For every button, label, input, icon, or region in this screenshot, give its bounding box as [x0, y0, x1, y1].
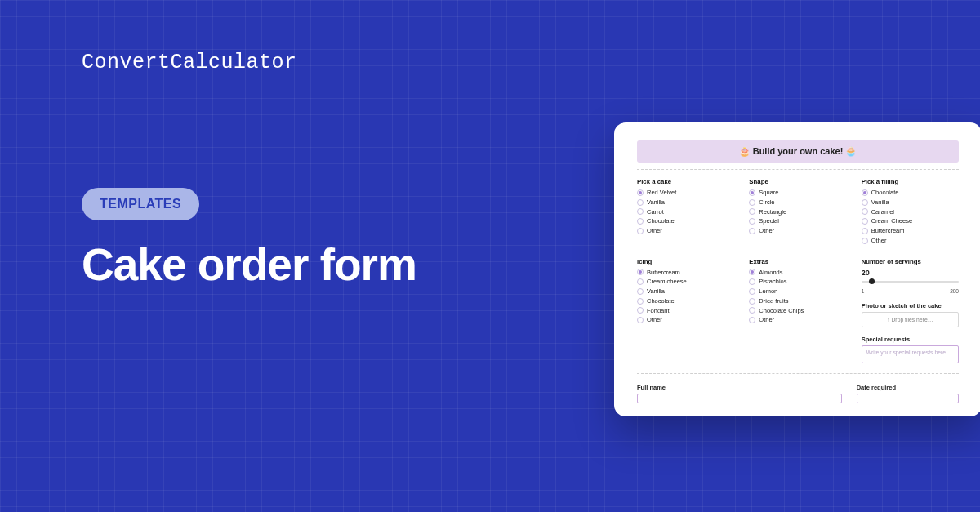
option-label: Chocolate: [871, 189, 899, 197]
radio-icon: [637, 199, 644, 206]
radio-option[interactable]: Special: [749, 217, 846, 225]
radio-option[interactable]: Square: [749, 189, 846, 197]
radio-icon: [637, 278, 644, 285]
option-label: Vanilla: [871, 198, 889, 207]
radio-option[interactable]: Vanilla: [862, 198, 959, 207]
option-label: Vanilla: [647, 198, 665, 207]
group-icing: Icing Buttercream Cream cheese Vanilla C…: [637, 258, 734, 363]
form-preview-card: 🎂 Build your own cake! 🧁 Pick a cake Red…: [614, 122, 980, 416]
radio-icon: [749, 218, 755, 225]
bottom-row: Full name Date required: [637, 384, 959, 403]
radio-icon: [749, 228, 755, 234]
radio-option[interactable]: Other: [637, 316, 734, 324]
radio-icon: [862, 228, 868, 234]
option-label: Pistachios: [759, 278, 786, 286]
hero-block: TEMPLATES Cake order form: [82, 188, 416, 291]
radio-option[interactable]: Vanilla: [637, 287, 734, 296]
radio-option[interactable]: Chocolate: [637, 297, 734, 305]
special-requests-block: Special requests Write your special requ…: [862, 336, 959, 363]
option-label: Buttercream: [871, 227, 905, 235]
radio-option[interactable]: Buttercream: [637, 269, 734, 277]
servings-slider[interactable]: [862, 278, 959, 289]
group-extras: Extras Almonds Pistachios Lemon Dried fr…: [749, 258, 846, 363]
radio-option[interactable]: Chocolate Chips: [749, 307, 846, 315]
full-name-block: Full name: [637, 384, 842, 403]
radio-icon: [637, 228, 644, 234]
option-label: Other: [759, 316, 774, 324]
option-label: Dried fruits: [759, 297, 788, 305]
option-label: Chocolate: [647, 217, 675, 225]
radio-option[interactable]: Rectangle: [749, 208, 846, 216]
radio-icon: [749, 269, 755, 275]
radio-option[interactable]: Almonds: [749, 269, 846, 277]
radio-icon: [862, 218, 868, 225]
page-title: Cake order form: [82, 238, 416, 291]
option-label: Red Velvet: [647, 189, 676, 197]
radio-icon: [749, 307, 755, 314]
radio-option[interactable]: Vanilla: [637, 198, 734, 207]
group-shape: Shape Square Circle Rectangle Special Ot…: [749, 178, 846, 247]
file-dropzone[interactable]: ↑ Drop files here…: [862, 312, 959, 327]
radio-icon: [637, 269, 644, 275]
option-label: Other: [647, 316, 662, 324]
radio-icon: [637, 208, 644, 215]
radio-option[interactable]: Circle: [749, 198, 846, 207]
radio-option[interactable]: Caramel: [862, 208, 959, 216]
radio-icon: [749, 208, 755, 215]
radio-icon: [637, 189, 644, 196]
right-column-stack: Number of servings 20 1 200 Photo or ske…: [862, 258, 959, 363]
radio-icon: [637, 317, 644, 323]
radio-icon: [749, 298, 755, 305]
radio-option[interactable]: Other: [637, 227, 734, 235]
photo-label: Photo or sketch of the cake: [862, 302, 959, 309]
radio-option[interactable]: Cream Cheese: [862, 217, 959, 225]
radio-option[interactable]: Cream cheese: [637, 278, 734, 286]
servings-block: Number of servings 20 1 200: [862, 258, 959, 294]
radio-icon: [749, 199, 755, 206]
option-label: Cream Cheese: [871, 217, 912, 225]
option-label: Buttercream: [647, 269, 680, 277]
radio-option[interactable]: Other: [862, 237, 959, 245]
requests-textarea[interactable]: Write your special requests here: [862, 345, 959, 363]
form-grid: Pick a cake Red Velvet Vanilla Carrot Ch…: [637, 178, 959, 363]
full-name-input[interactable]: [637, 394, 842, 403]
radio-option[interactable]: Other: [749, 316, 846, 324]
group-pick-a-cake: Pick a cake Red Velvet Vanilla Carrot Ch…: [637, 178, 734, 247]
radio-option[interactable]: Chocolate: [862, 189, 959, 197]
radio-icon: [637, 288, 644, 295]
option-label: Caramel: [871, 208, 894, 216]
radio-icon: [749, 278, 755, 285]
slider-min: 1: [862, 288, 865, 294]
option-label: Other: [871, 237, 887, 245]
radio-icon: [862, 199, 868, 206]
photo-upload-block: Photo or sketch of the cake ↑ Drop files…: [862, 302, 959, 327]
option-label: Rectangle: [759, 208, 786, 216]
radio-option[interactable]: Lemon: [749, 287, 846, 296]
date-required-label: Date required: [857, 384, 959, 391]
option-label: Almonds: [759, 269, 782, 277]
radio-icon: [862, 238, 868, 244]
slider-max: 200: [950, 288, 959, 294]
radio-option[interactable]: Chocolate: [637, 217, 734, 225]
radio-option[interactable]: Carrot: [637, 208, 734, 216]
templates-badge: TEMPLATES: [82, 188, 199, 220]
divider: [637, 373, 959, 374]
radio-option[interactable]: Other: [749, 227, 846, 235]
full-name-label: Full name: [637, 384, 842, 391]
radio-option[interactable]: Buttercream: [862, 227, 959, 235]
option-label: Cream cheese: [647, 278, 687, 286]
date-required-input[interactable]: [857, 394, 959, 403]
option-label: Carrot: [647, 208, 664, 216]
radio-option[interactable]: Dried fruits: [749, 297, 846, 305]
radio-icon: [862, 189, 868, 196]
radio-option[interactable]: Fondant: [637, 307, 734, 315]
option-label: Fondant: [647, 307, 670, 315]
option-label: Special: [759, 217, 779, 225]
radio-option[interactable]: Red Velvet: [637, 189, 734, 197]
radio-option[interactable]: Pistachios: [749, 278, 846, 286]
option-label: Circle: [759, 198, 774, 207]
option-label: Square: [759, 189, 778, 197]
group-label: Icing: [637, 258, 734, 265]
option-label: Chocolate: [647, 297, 675, 305]
option-label: Other: [647, 227, 662, 235]
